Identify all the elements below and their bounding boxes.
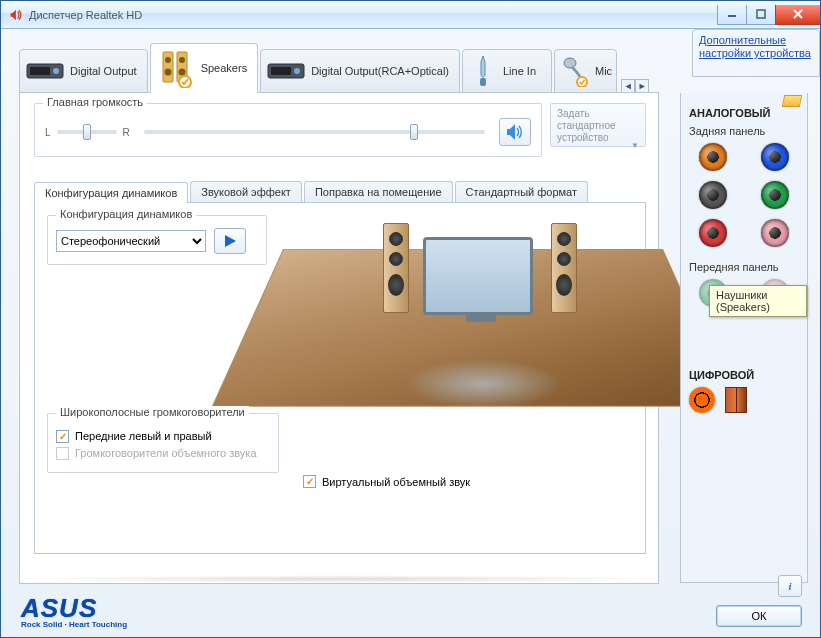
virtual-surround-label: Виртуальный объемный звук: [322, 476, 470, 488]
full-range-speakers-group: Широкополосные громкоговорители ✓ Передн…: [47, 413, 279, 473]
microphone-icon: [561, 54, 589, 88]
balance-slider[interactable]: L R: [45, 127, 130, 138]
tab-label: Mic: [595, 65, 612, 77]
tab-scroll-buttons: ◄ ►: [621, 79, 649, 93]
room-tv-icon: [423, 237, 533, 315]
connector-settings-icon[interactable]: [782, 95, 803, 107]
speakers-icon: [157, 51, 195, 85]
svg-point-14: [294, 68, 300, 74]
set-default-device-label: Задать стандартное устройство: [557, 108, 616, 143]
maximize-button[interactable]: [746, 5, 776, 25]
tab-digital-output-rca[interactable]: Digital Output(RCA+Optical): [260, 49, 460, 93]
amplifier-icon: [267, 54, 305, 88]
left-speaker-icon[interactable]: [383, 223, 409, 313]
speaker-room-illustration: [283, 209, 663, 469]
amplifier-icon: [26, 54, 64, 88]
jack-rear-orange[interactable]: [699, 143, 727, 171]
main-volume-legend: Главная громкость: [43, 96, 147, 108]
svg-point-8: [179, 57, 185, 63]
inner-tab-room-correction[interactable]: Поправка на помещение: [304, 181, 453, 202]
front-panel-label: Передняя панель: [689, 261, 799, 273]
ok-button[interactable]: ОК: [716, 605, 802, 627]
svg-rect-3: [30, 67, 50, 75]
asus-logo: ASUS Rock Solid · Heart Touching: [21, 593, 127, 629]
volume-slider[interactable]: [144, 130, 485, 134]
tab-line-in[interactable]: Line In: [462, 49, 552, 93]
dropdown-caret-icon: ▼: [631, 140, 639, 152]
close-button[interactable]: [775, 5, 821, 25]
tab-scroll-left[interactable]: ◄: [621, 79, 635, 93]
full-range-legend: Широкополосные громкоговорители: [56, 406, 249, 418]
speaker-config-legend: Конфигурация динамиков: [56, 208, 196, 220]
tab-scroll-right[interactable]: ►: [635, 79, 649, 93]
panel-shadow: [15, 575, 672, 583]
info-button[interactable]: i: [778, 575, 802, 597]
minimize-button[interactable]: [717, 5, 747, 25]
digital-coax-icon[interactable]: [689, 387, 715, 413]
speaker-config-select[interactable]: Стереофонический: [56, 230, 206, 252]
svg-point-10: [178, 69, 185, 76]
jack-rear-black[interactable]: [699, 181, 727, 209]
rear-panel-label: Задняя панель: [689, 125, 799, 137]
sound-waves-icon: [505, 123, 525, 141]
svg-rect-0: [728, 15, 736, 17]
right-speaker-icon[interactable]: [551, 223, 577, 313]
title-bar: Диспетчер Realtek HD: [1, 1, 820, 29]
device-tab-bar: Digital Output Speakers Digital Output(R…: [19, 43, 659, 93]
window-controls: [717, 5, 820, 25]
inner-tab-default-format[interactable]: Стандартный формат: [455, 181, 588, 202]
svg-point-7: [165, 57, 171, 63]
jack-tooltip: Наушники (Speakers): [709, 285, 807, 317]
brand-tagline: Rock Solid · Heart Touching: [21, 620, 127, 629]
line-in-jack-icon: [469, 54, 497, 88]
checkbox-virtual-surround[interactable]: ✓: [303, 475, 316, 488]
speaker-app-icon: [7, 7, 23, 23]
main-panel: Главная громкость L R Задать стандартное…: [19, 92, 659, 584]
tab-label: Speakers: [201, 62, 247, 74]
tab-digital-output[interactable]: Digital Output: [19, 49, 148, 93]
inner-tab-sound-effect[interactable]: Звуковой эффект: [190, 181, 302, 202]
set-default-device-button[interactable]: Задать стандартное устройство ▼: [550, 103, 646, 147]
mute-toggle-button[interactable]: [499, 118, 531, 146]
svg-rect-15: [480, 78, 486, 86]
digital-heading: ЦИФРОВОЙ: [689, 369, 799, 381]
svg-rect-13: [271, 67, 291, 75]
inner-tab-speaker-config[interactable]: Конфигурация динамиков: [34, 182, 188, 203]
tab-label: Digital Output(RCA+Optical): [311, 65, 449, 77]
settings-panel: Конфигурация динамиков Стереофонический: [34, 202, 646, 554]
tab-label: Line In: [503, 65, 536, 77]
svg-point-16: [564, 58, 576, 68]
svg-rect-5: [163, 52, 173, 82]
tab-mic[interactable]: Mic: [554, 49, 617, 93]
settings-tab-bar: Конфигурация динамиков Звуковой эффект П…: [34, 181, 646, 202]
jack-rear-red[interactable]: [699, 219, 727, 247]
svg-rect-1: [757, 10, 765, 18]
checkbox-front-lr[interactable]: ✓: [56, 430, 69, 443]
digital-optical-icon[interactable]: [725, 387, 747, 413]
svg-point-17: [577, 77, 587, 87]
jack-rear-green[interactable]: [761, 181, 789, 209]
tab-speakers[interactable]: Speakers: [150, 43, 258, 93]
svg-point-4: [53, 68, 59, 74]
checkbox-front-lr-label: Передние левый и правый: [75, 430, 212, 442]
checkbox-surround-label: Громкоговорители объемного звука: [75, 447, 257, 459]
jack-rear-pink[interactable]: [761, 219, 789, 247]
connector-panel: АНАЛОГОВЫЙ Задняя панель Передняя панель…: [680, 93, 808, 583]
svg-point-9: [164, 69, 171, 76]
window-title: Диспетчер Realtek HD: [29, 9, 142, 21]
play-icon: [223, 234, 237, 248]
tab-label: Digital Output: [70, 65, 137, 77]
speaker-config-group: Конфигурация динамиков Стереофонический: [47, 215, 267, 265]
advanced-device-settings-link[interactable]: Дополнительные настройки устройства: [692, 29, 820, 77]
balance-left-label: L: [45, 127, 51, 138]
checkbox-surround: [56, 447, 69, 460]
analog-heading: АНАЛОГОВЫЙ: [689, 107, 799, 119]
jack-rear-blue[interactable]: [761, 143, 789, 171]
balance-right-label: R: [123, 127, 130, 138]
test-play-button[interactable]: [214, 228, 246, 254]
